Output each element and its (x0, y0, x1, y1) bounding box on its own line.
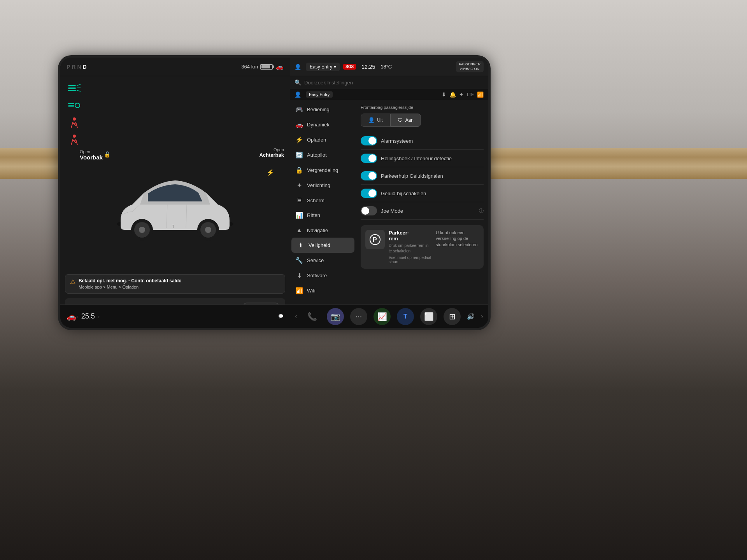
achterbak-label: Open Achterbak (259, 147, 284, 158)
svg-rect-2 (68, 90, 76, 91)
service-icon: 🔧 (295, 257, 303, 264)
left-panel: P R N D 364 km 🚗 (60, 58, 290, 328)
joe-mode-toggle[interactable] (361, 206, 377, 215)
tesla-icon: T (403, 313, 407, 320)
easy-entry-top-btn[interactable]: Easy Entry ▾ (306, 63, 340, 71)
airbag-section-title: Frontairbag passagierszijde (361, 105, 484, 110)
nav-item-bediening[interactable]: 🎮 Bediening (290, 102, 356, 117)
scherm-icon: 🖥 (295, 197, 303, 204)
airbag-on-label: Aan (405, 117, 414, 123)
svg-rect-6 (68, 103, 74, 104)
top-bar-right: 👤 Easy Entry ▾ SOS 12:25 18°C PASSENGER … (290, 58, 488, 76)
bluetooth-icon[interactable]: ✦ (459, 91, 464, 98)
camera-icon: 📷 (331, 312, 340, 321)
nav-item-vergrendeling[interactable]: 🔒 Vergrendeling (290, 163, 356, 178)
charging-icon: ⚡ (267, 169, 274, 176)
airbag-on-btn[interactable]: 🛡 Aan (390, 114, 421, 127)
camera-btn[interactable]: 📷 (327, 308, 344, 325)
nav-item-verlichting[interactable]: ✦ Verlichting (290, 178, 356, 193)
right-panel: 👤 Easy Entry ▾ SOS 12:25 18°C PASSENGER … (290, 58, 488, 328)
joe-mode-label: Joe Mode (381, 208, 473, 214)
temp-up-arrow[interactable]: › (98, 313, 100, 320)
warning-line1: Betaald opl. niet mog. - Contr. onbetaal… (79, 278, 182, 284)
airbag-off-btn[interactable]: 👤 Uit (361, 114, 390, 127)
warning-text: Betaald opl. niet mog. - Contr. onbetaal… (79, 278, 182, 290)
airbag-line1: PASSENGER (459, 62, 480, 67)
nav-item-software[interactable]: ⬇ Software (290, 268, 356, 283)
temp-control: ‹ 25.5 › (76, 312, 100, 320)
parkeer-card: P Parkeer-rem Druk om parkeerrem in te s… (361, 225, 484, 269)
parkeer-icon[interactable]: P (365, 230, 385, 249)
service-label: Service (307, 257, 324, 263)
nav-item-veiligheid[interactable]: ℹ Veiligheid (291, 238, 354, 253)
opladen-label: Opladen (307, 137, 326, 143)
small-car-icon: 🚗 (276, 63, 284, 70)
vergrendeling-label: Vergrendeling (307, 167, 338, 173)
svg-point-20 (205, 227, 211, 233)
svg-line-5 (77, 90, 81, 91)
seatbelt-passenger-icon (67, 134, 81, 145)
bell-icon[interactable]: 🔔 (449, 91, 456, 98)
easy-entry-top-label: Easy Entry (310, 64, 332, 70)
tesla-btn[interactable]: T (397, 308, 414, 325)
hellingshoek-row: Hellingshoek / Interieur detectie (361, 150, 484, 167)
hellingshoek-label: Hellingshoek / Interieur detectie (381, 156, 484, 161)
parkeer-note: U kunt ook een versnelling op de stuurko… (436, 230, 479, 248)
verlichting-label: Verlichting (307, 182, 330, 188)
warning-line2: Mobiele app > Menu > Opladen (79, 284, 182, 290)
car-status-icon: 🚗 (67, 312, 76, 321)
seatbelt-driver-icon (67, 117, 81, 128)
achterbak-title: Achterbak (259, 152, 284, 158)
hellingshoek-toggle[interactable] (361, 154, 377, 163)
nav-item-navigatie[interactable]: ▲ Navigatie (290, 223, 356, 238)
global-taskbar: ‹ 📞 📷 ··· 📈 T (290, 304, 488, 328)
scene: P R N D 364 km 🚗 (0, 0, 747, 560)
chart-icon: 📈 (377, 312, 387, 321)
nav-item-service[interactable]: 🔧 Service (290, 253, 356, 268)
settings-panel: Frontairbag passagierszijde 👤 Uit 🛡 Aan (356, 100, 488, 304)
svg-rect-0 (68, 85, 76, 86)
temp-down-arrow[interactable]: ‹ (76, 313, 78, 320)
dynamiek-label: Dynamiek (307, 122, 330, 128)
wifi-icon: 📶 (295, 287, 303, 294)
nav-btn[interactable]: 📈 (374, 308, 391, 325)
airbag-toggle-group: 👤 Uit 🛡 Aan (361, 114, 484, 127)
warning-icon: ⚠ (70, 278, 75, 285)
alarmsysteem-toggle[interactable] (361, 136, 377, 145)
sos-badge[interactable]: SOS (343, 64, 356, 70)
km-display: 364 km (241, 64, 273, 70)
phone-btn[interactable]: 📞 (303, 308, 321, 325)
nav-item-opladen[interactable]: ⚡ Opladen (290, 132, 356, 147)
parkeerhulp-row: Parkeerhulp Geluidsignalen (361, 167, 484, 185)
wifi-label: Wifi (307, 288, 316, 294)
lte-icon: LTE (467, 93, 474, 97)
search-input[interactable] (304, 80, 484, 86)
download-icon[interactable]: ⬇ (442, 91, 446, 98)
parkeerhulp-toggle[interactable] (361, 171, 377, 180)
nav-item-ritten[interactable]: 📊 Ritten (290, 208, 356, 223)
parkeer-desc2: Voet moet op rempedaal staan (389, 256, 432, 264)
square-icon: ⬜ (424, 312, 434, 321)
grid-btn[interactable]: ⊞ (444, 308, 461, 325)
veiligheid-label: Veiligheid (309, 242, 330, 248)
vergrendeling-icon: 🔒 (295, 166, 303, 174)
nav-item-dynamiek[interactable]: 🚗 Dynamiek (290, 117, 356, 132)
alarmsysteem-label: Alarmsysteem (381, 138, 484, 144)
joe-mode-info-icon[interactable]: ⓘ (479, 208, 484, 214)
temp-display: 18°C (381, 64, 392, 70)
geluid-toggle[interactable] (361, 189, 377, 198)
nav-item-scherm[interactable]: 🖥 Scherm (290, 193, 356, 208)
profile-icon: 👤 (295, 64, 301, 70)
volume-icon[interactable]: 🔊 (467, 313, 475, 320)
voorbak-label: Open Voorbak 🔓 (80, 149, 103, 161)
next-arrow[interactable]: › (481, 312, 483, 320)
nav-item-autopilot[interactable]: 🔄 Autopilot (290, 147, 356, 163)
nav-item-wifi[interactable]: 📶 Wifi (290, 283, 356, 298)
svg-line-3 (77, 84, 81, 86)
square-btn[interactable]: ⬜ (420, 308, 437, 325)
battery-icon (260, 64, 273, 70)
ritten-label: Ritten (307, 212, 320, 218)
more-btn[interactable]: ··· (350, 308, 367, 325)
prev-arrow[interactable]: ‹ (295, 312, 297, 320)
tesla-screen: P R N D 364 km 🚗 (60, 58, 488, 328)
